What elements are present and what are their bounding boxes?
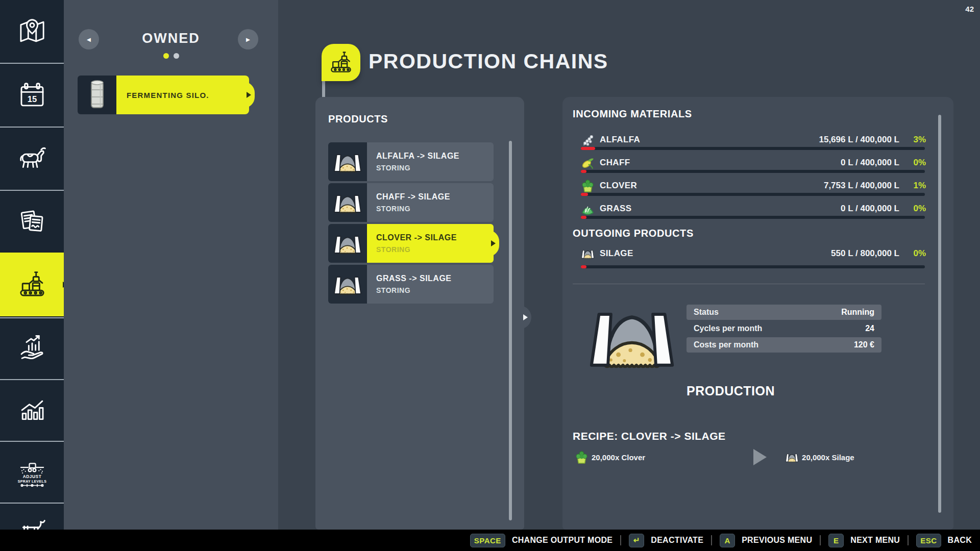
sidebar-item-calendar[interactable]: 15 — [0, 64, 64, 127]
product-status: STORING — [376, 245, 494, 254]
material-name: ALFALFA — [600, 135, 819, 145]
fill-bar — [581, 216, 925, 219]
page-title: PRODUCTION CHAINS — [369, 49, 608, 73]
production-header: PRODUCTION — [687, 384, 775, 398]
product-item-alfalfa-silage[interactable]: ALFALFA -> SILAGE STORING — [328, 142, 494, 181]
hint-change-output-mode[interactable]: SPACE CHANGE OUTPUT MODE — [470, 534, 612, 547]
products-scrollbar[interactable] — [509, 141, 512, 520]
hint-separator — [711, 535, 712, 545]
product-status: STORING — [376, 286, 494, 294]
section-divider — [573, 284, 925, 284]
page-indicator[interactable] — [64, 53, 278, 59]
sidebar-item-finances[interactable] — [0, 318, 64, 379]
page-dot[interactable] — [174, 53, 179, 59]
sidebar-item-production-chains[interactable] — [0, 253, 64, 316]
owned-panel-title: OWNED — [64, 31, 278, 46]
material-row-grass: GRASS 0 L / 400,000 L 0% — [581, 202, 926, 215]
hint-deactivate[interactable]: ↵ DEACTIVATE — [629, 534, 703, 547]
owned-item-fermenting-silo[interactable]: FERMENTING SILO. — [78, 76, 249, 114]
panel-focus-bump[interactable] — [517, 306, 531, 329]
fermenting-silo-icon — [78, 76, 116, 114]
hint-label: CHANGE OUTPUT MODE — [512, 536, 612, 545]
esc-key[interactable]: ESC — [916, 534, 941, 547]
hint-label: PREVIOUS MENU — [742, 536, 812, 545]
fill-bar — [581, 265, 925, 268]
hint-next-menu[interactable]: E NEXT MENU — [828, 534, 900, 547]
bunker-silo-icon — [328, 183, 367, 222]
hint-label: NEXT MENU — [850, 536, 900, 545]
recipe-output: 20,000x Silage — [802, 453, 854, 462]
material-amount: 550 L / 800,000 L — [831, 248, 899, 259]
recipe-arrow-icon — [753, 449, 767, 465]
material-name: CLOVER — [600, 181, 824, 191]
product-item-chaff-silage[interactable]: CHAFF -> SILAGE STORING — [328, 183, 494, 222]
hint-back[interactable]: ESC BACK — [916, 534, 972, 547]
sidebar-item-statistics[interactable] — [0, 380, 64, 441]
material-percent: 0% — [899, 158, 926, 168]
material-name: CHAFF — [600, 158, 841, 168]
hint-separator — [820, 535, 821, 545]
partial-icon — [16, 513, 48, 530]
table-row-costs: Costs per month 120 € — [687, 337, 881, 353]
recipe-row: 20,000x Clover 20,000x Silage — [575, 449, 861, 465]
sidebar-item-map[interactable] — [0, 0, 64, 63]
e-key[interactable]: E — [828, 534, 844, 547]
production-table: Status Running Cycles per month 24 Costs… — [687, 305, 881, 354]
recipe-header: RECIPE: CLOVER -> SILAGE — [573, 430, 726, 442]
material-amount: 15,696 L / 400,000 L — [819, 135, 899, 145]
page-title-icon — [322, 44, 360, 81]
sidebar-item-animals[interactable] — [0, 128, 64, 190]
product-status: STORING — [376, 164, 494, 172]
fill-bar — [581, 193, 925, 196]
products-header: PRODUCTS — [328, 113, 388, 125]
product-status: STORING — [376, 205, 494, 213]
material-percent: 0% — [899, 204, 926, 214]
sidebar-item-adjust-spray-levels[interactable]: ADJUST SPRAY LEVELS — [0, 442, 64, 503]
statistics-icon — [16, 395, 48, 427]
details-scrollbar[interactable] — [938, 115, 941, 513]
hint-previous-menu[interactable]: A PREVIOUS MENU — [720, 534, 812, 547]
material-amount: 0 L / 400,000 L — [841, 204, 899, 214]
hint-separator — [908, 535, 909, 545]
spray-levels-icon: ADJUST SPRAY LEVELS — [16, 457, 48, 488]
enter-key[interactable]: ↵ — [629, 534, 644, 547]
material-percent: 0% — [899, 248, 926, 259]
product-title: GRASS -> SILAGE — [376, 274, 494, 283]
sidebar: 15 — [0, 0, 64, 530]
bunker-silo-image — [587, 305, 677, 368]
product-title: CHAFF -> SILAGE — [376, 192, 494, 202]
row-label: Status — [694, 308, 841, 317]
space-key[interactable]: SPACE — [470, 534, 505, 547]
recipe-input: 20,000x Clover — [592, 453, 645, 462]
row-label: Cycles per month — [694, 324, 865, 333]
material-row-alfalfa: ALFALFA 15,696 L / 400,000 L 3% — [581, 133, 926, 146]
clover-icon — [575, 450, 589, 464]
material-amount: 7,753 L / 400,000 L — [824, 181, 899, 191]
fill-bar — [581, 147, 925, 150]
sidebar-item-contracts[interactable] — [0, 191, 64, 252]
production-chains-screen: 15 — [0, 0, 980, 551]
chaff-icon — [581, 156, 595, 170]
svg-text:ADJUST: ADJUST — [22, 474, 41, 479]
map-icon — [16, 16, 48, 47]
a-key[interactable]: A — [720, 534, 735, 547]
material-row-clover: CLOVER 7,753 L / 400,000 L 1% — [581, 179, 926, 192]
bunker-silo-icon — [328, 142, 367, 181]
owned-panel: ◄ ► OWNED FERMENTING SILO. — [64, 0, 278, 530]
product-title: CLOVER -> SILAGE — [376, 233, 494, 242]
grass-icon — [581, 202, 595, 216]
hint-separator — [620, 535, 621, 545]
row-value: 24 — [865, 324, 874, 333]
material-row-chaff: CHAFF 0 L / 400,000 L 0% — [581, 156, 926, 169]
sidebar-item-partial[interactable] — [0, 504, 64, 530]
table-row-status: Status Running — [687, 305, 881, 320]
table-row-cycles: Cycles per month 24 — [687, 321, 881, 336]
product-item-clover-silage-selected[interactable]: CLOVER -> SILAGE STORING — [328, 224, 494, 263]
production-chains-icon — [16, 269, 48, 300]
calendar-icon: 15 — [16, 80, 48, 111]
material-percent: 3% — [899, 135, 926, 145]
product-item-grass-silage[interactable]: GRASS -> SILAGE STORING — [328, 265, 494, 304]
page-dot-active[interactable] — [163, 53, 169, 59]
hint-label: DEACTIVATE — [651, 536, 703, 545]
input-hints-bar: SPACE CHANGE OUTPUT MODE ↵ DEACTIVATE A … — [0, 530, 980, 551]
